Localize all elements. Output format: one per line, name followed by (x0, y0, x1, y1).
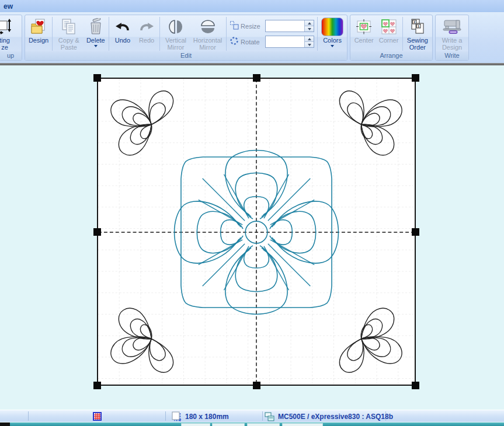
edit-separator-4 (226, 17, 227, 51)
redo-label: Redo (139, 37, 154, 44)
edit-separator-5 (317, 17, 318, 51)
sewing-order-icon: 2 1 (409, 17, 426, 37)
selection-handle-middle-left[interactable] (93, 228, 101, 236)
resize-spin-down[interactable] (305, 26, 314, 32)
delete-dropdown-caret-icon (94, 45, 98, 47)
taskbar-button-4[interactable] (282, 423, 323, 426)
ribbon: ting ze up Design (0, 13, 504, 63)
taskbar-button-1[interactable] (181, 423, 210, 426)
application-window: ew ting (0, 0, 504, 426)
resize-spin-up[interactable] (305, 20, 314, 26)
sewing-order-label: Sewing Order (404, 37, 431, 51)
vertical-mirror-label: Vertical Mirror (161, 37, 190, 51)
selection-handle-bottom-right[interactable] (412, 382, 419, 389)
resize-input[interactable] (266, 20, 304, 32)
copy-paste-label: Copy & Paste (54, 37, 84, 51)
taskbar-start-fragment[interactable] (0, 422, 10, 426)
write-a-design-icon (442, 17, 462, 37)
redo-icon (138, 17, 155, 37)
undo-button[interactable]: Undo (110, 16, 135, 52)
taskbar-button-3[interactable] (247, 423, 280, 426)
rotate-spin-down[interactable] (305, 41, 314, 47)
delete-button[interactable]: Delete (84, 16, 107, 52)
group-arrange-label: Arrange (350, 51, 432, 60)
design-canvas[interactable] (0, 65, 504, 410)
center-button[interactable]: Center (352, 16, 376, 52)
selection-handle-bottom-middle[interactable] (253, 382, 260, 389)
delete-label: Delete (86, 37, 105, 44)
taskbar-sliver (0, 422, 504, 426)
sewing-order-button[interactable]: 2 1 Sewing Order (404, 16, 431, 52)
machine-connection-icon (264, 411, 275, 422)
design-button[interactable]: Design (26, 16, 51, 52)
rotate-spinbox (265, 36, 314, 48)
edit-separator-3 (159, 17, 160, 51)
quilt-design-drawing[interactable] (98, 79, 415, 385)
resize-icon (230, 20, 239, 32)
vertical-mirror-icon (168, 17, 184, 37)
group-arrange: Center Corner (350, 15, 433, 61)
redo-button[interactable]: Redo (135, 16, 158, 52)
write-a-design-button[interactable]: Write a Design (437, 16, 467, 52)
selection-handle-top-left[interactable] (93, 74, 101, 82)
rotate-label: Rotate (241, 39, 263, 46)
selection-handle-bottom-left[interactable] (93, 382, 101, 389)
design-label: Design (29, 37, 48, 44)
ribbon-tab-row: ew (0, 0, 504, 13)
colors-icon (321, 18, 343, 36)
resize-label: Resize (241, 23, 263, 30)
copy-paste-button[interactable]: Copy & Paste (54, 16, 84, 52)
corner-label: Corner (379, 37, 399, 44)
corner-button[interactable]: Corner (376, 16, 401, 52)
group-setup-label: up (0, 51, 22, 60)
delete-icon (88, 17, 103, 37)
rotate-spin-up[interactable] (305, 36, 314, 41)
resize-spinbox (265, 20, 314, 32)
edit-separator-1 (52, 17, 53, 51)
design-icon (30, 17, 47, 37)
selection-handle-top-middle[interactable] (253, 74, 260, 82)
quilt-block-area[interactable] (97, 78, 416, 386)
status-bar: 180 x 180mm MC500E / eXpressive830 : ASQ… (0, 410, 504, 422)
undo-icon (114, 17, 131, 37)
statusbar-divider-3 (262, 411, 263, 421)
corner-icon (381, 17, 397, 37)
statusbar-divider-1 (28, 411, 29, 421)
undo-label: Undo (115, 37, 130, 44)
hoop-size-icon (171, 411, 182, 422)
quilting-size-icon (0, 17, 13, 37)
statusbar-divider-2 (165, 411, 166, 421)
selection-handle-middle-right[interactable] (412, 228, 419, 236)
edit-separator-2 (109, 17, 109, 51)
horizontal-mirror-icon (200, 17, 216, 37)
group-edit-label: Edit (25, 51, 347, 60)
hoop-size-text: 180 x 180mm (185, 413, 229, 421)
rotate-icon (230, 36, 239, 48)
horizontal-mirror-label: Horizontal Mirror (190, 37, 225, 51)
taskbar-button-2[interactable] (212, 423, 245, 426)
write-a-design-label: Write a Design (437, 37, 467, 51)
selection-handle-top-right[interactable] (412, 74, 419, 82)
machine-status: MC500E / eXpressive830 : ASQ18b (264, 410, 393, 422)
colors-dropdown-caret-icon (331, 45, 334, 47)
colors-label: Colors (323, 37, 342, 44)
resize-rotate-panel: Resize (228, 16, 316, 52)
grid-icon (92, 411, 103, 422)
center-label: Center (354, 37, 374, 44)
machine-status-text: MC500E / eXpressive830 : ASQ18b (278, 413, 393, 421)
horizontal-mirror-button[interactable]: Horizontal Mirror (190, 16, 225, 52)
arrange-separator-1 (402, 17, 403, 51)
colors-button[interactable]: Colors (319, 16, 346, 52)
copy-paste-icon (61, 17, 77, 37)
hoop-size-status: 180 x 180mm (171, 410, 229, 422)
rotate-input[interactable] (266, 36, 304, 47)
quilting-size-label-line1: ting (0, 37, 10, 44)
tab-view-partial[interactable]: ew (1, 1, 15, 12)
center-icon (356, 17, 372, 37)
group-setup-partial: ting ze up (0, 15, 22, 61)
vertical-mirror-button[interactable]: Vertical Mirror (161, 16, 190, 52)
group-edit: Design Copy & Paste (25, 15, 347, 61)
grid-toggle[interactable] (92, 410, 103, 422)
quilting-size-button[interactable]: ting ze (0, 16, 20, 52)
group-write-label: Write (436, 51, 468, 60)
